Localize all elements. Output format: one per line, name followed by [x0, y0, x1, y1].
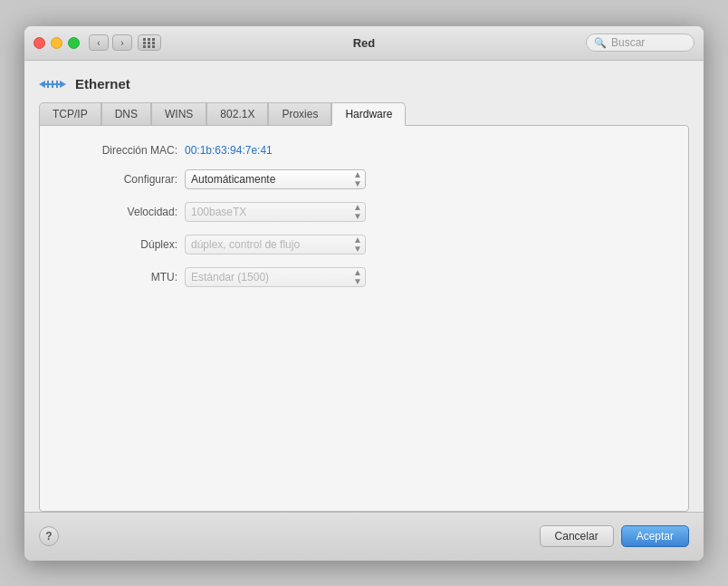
config-select[interactable]: Automáticamente Manualmente	[185, 169, 366, 189]
main-window: ‹ › Red 🔍 Buscar	[24, 26, 704, 561]
content-area: Ethernet TCP/IP DNS WINS 802.1X Proxies …	[24, 61, 704, 512]
mtu-select[interactable]: Estándar (1500) Jumbo (9000) Personaliza…	[185, 267, 366, 287]
minimize-button[interactable]	[51, 37, 62, 49]
maximize-button[interactable]	[68, 37, 80, 49]
speed-row: Velocidad: 100baseTX 10baseTX 1000baseT …	[67, 202, 661, 222]
tab-proxies[interactable]: Proxies	[268, 102, 331, 126]
duplex-select-wrapper: dúplex, control de flujo dúplex completo…	[185, 235, 366, 255]
tabs: TCP/IP DNS WINS 802.1X Proxies Hardware	[39, 102, 689, 126]
config-select-wrapper: Automáticamente Manualmente ▲▼	[185, 169, 366, 189]
tab-wins[interactable]: WINS	[151, 102, 206, 126]
nav-buttons: ‹ ›	[89, 34, 132, 51]
duplex-label: Dúplex:	[67, 238, 185, 251]
ethernet-title: Ethernet	[75, 76, 130, 91]
back-button[interactable]: ‹	[89, 34, 109, 51]
tab-hardware[interactable]: Hardware	[331, 102, 406, 126]
tab-8021x[interactable]: 802.1X	[206, 102, 268, 126]
bottom-bar: ? Cancelar Aceptar	[24, 512, 704, 561]
mac-label: Dirección MAC:	[67, 144, 185, 157]
bottom-buttons: Cancelar Aceptar	[540, 525, 689, 547]
speed-label: Velocidad:	[67, 206, 185, 218]
mtu-select-wrapper: Estándar (1500) Jumbo (9000) Personaliza…	[185, 267, 366, 287]
forward-button[interactable]: ›	[112, 34, 132, 51]
search-bar[interactable]: 🔍 Buscar	[586, 34, 694, 52]
duplex-select[interactable]: dúplex, control de flujo dúplex completo…	[185, 235, 366, 255]
mtu-label: MTU:	[67, 271, 185, 283]
config-label: Configurar:	[67, 173, 185, 186]
speed-select-wrapper: 100baseTX 10baseTX 1000baseT ▲▼	[185, 202, 366, 222]
speed-select[interactable]: 100baseTX 10baseTX 1000baseT	[185, 202, 366, 222]
title-bar: ‹ › Red 🔍 Buscar	[24, 26, 704, 61]
svg-marker-1	[39, 81, 45, 88]
traffic-lights	[34, 37, 80, 49]
mac-value: 00:1b:63:94:7e:41	[185, 144, 273, 157]
ethernet-icon	[39, 75, 66, 93]
search-icon: 🔍	[594, 37, 607, 49]
grid-icon	[143, 38, 156, 48]
hardware-panel: Dirección MAC: 00:1b:63:94:7e:41 Configu…	[39, 125, 689, 512]
search-placeholder: Buscar	[611, 36, 645, 49]
grid-button[interactable]	[138, 34, 161, 51]
mtu-row: MTU: Estándar (1500) Jumbo (9000) Person…	[67, 267, 661, 287]
tab-dns[interactable]: DNS	[101, 102, 151, 126]
tab-tcpip[interactable]: TCP/IP	[39, 102, 101, 126]
duplex-row: Dúplex: dúplex, control de flujo dúplex …	[67, 235, 661, 255]
svg-marker-2	[60, 81, 66, 88]
close-button[interactable]	[34, 37, 45, 49]
ethernet-header: Ethernet	[39, 75, 689, 93]
config-row: Configurar: Automáticamente Manualmente …	[67, 169, 661, 189]
window-title: Red	[353, 36, 376, 50]
accept-button[interactable]: Aceptar	[621, 525, 689, 547]
mac-row: Dirección MAC: 00:1b:63:94:7e:41	[67, 144, 661, 157]
cancel-button[interactable]: Cancelar	[540, 525, 614, 547]
help-button[interactable]: ?	[39, 526, 59, 546]
